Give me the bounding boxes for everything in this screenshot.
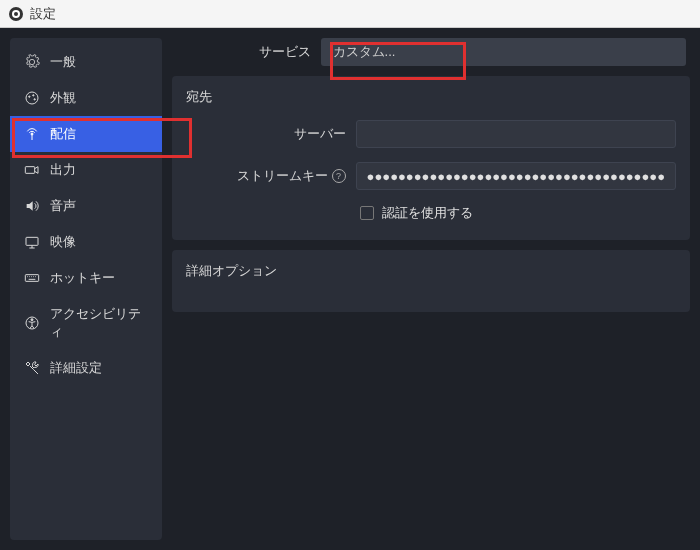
app-logo-icon <box>8 6 24 22</box>
sidebar-item-accessibility[interactable]: アクセシビリティ <box>10 296 162 350</box>
svg-rect-10 <box>25 275 38 282</box>
sidebar-item-label: 一般 <box>50 53 76 71</box>
sidebar-item-label: 出力 <box>50 161 76 179</box>
sidebar-item-label: 配信 <box>50 125 76 143</box>
destination-panel: 宛先 サーバー ストリームキー ? ●●●●●●●●●●●●●●●●●●●●●●… <box>172 76 690 240</box>
sidebar-item-advanced[interactable]: 詳細設定 <box>10 350 162 386</box>
sidebar-item-label: 映像 <box>50 233 76 251</box>
auth-checkbox-label: 認証を使用する <box>382 204 473 222</box>
svg-point-4 <box>29 96 30 97</box>
antenna-icon <box>24 126 40 142</box>
server-label: サーバー <box>186 125 346 143</box>
speaker-icon <box>24 198 40 214</box>
sidebar-item-general[interactable]: 一般 <box>10 44 162 80</box>
sidebar-item-label: 音声 <box>50 197 76 215</box>
keyboard-icon <box>24 270 40 286</box>
window-title: 設定 <box>30 5 56 23</box>
main-content: サービス カスタム... 宛先 サーバー ストリームキー ? ●●●●●●●●●… <box>172 38 690 540</box>
settings-sidebar: 一般 外観 配信 出力 音声 <box>10 38 162 540</box>
sidebar-item-label: ホットキー <box>50 269 115 287</box>
monitor-icon <box>24 234 40 250</box>
streamkey-value: ●●●●●●●●●●●●●●●●●●●●●●●●●●●●●●●●●●●●●● <box>367 169 665 184</box>
svg-point-6 <box>34 99 35 100</box>
svg-point-5 <box>33 95 34 96</box>
service-row: サービス カスタム... <box>172 38 690 66</box>
titlebar: 設定 <box>0 0 700 28</box>
svg-point-12 <box>31 319 33 321</box>
svg-point-3 <box>26 92 38 104</box>
advanced-panel: 詳細オプション <box>172 250 690 312</box>
sidebar-item-hotkeys[interactable]: ホットキー <box>10 260 162 296</box>
sidebar-item-label: アクセシビリティ <box>50 305 148 341</box>
auth-checkbox[interactable] <box>360 206 374 220</box>
service-select[interactable]: カスタム... <box>321 38 686 66</box>
sidebar-item-output[interactable]: 出力 <box>10 152 162 188</box>
streamkey-input[interactable]: ●●●●●●●●●●●●●●●●●●●●●●●●●●●●●●●●●●●●●● <box>356 162 676 190</box>
sidebar-item-audio[interactable]: 音声 <box>10 188 162 224</box>
tools-icon <box>24 360 40 376</box>
sidebar-item-appearance[interactable]: 外観 <box>10 80 162 116</box>
svg-point-2 <box>14 12 18 16</box>
sidebar-item-stream[interactable]: 配信 <box>10 116 162 152</box>
sidebar-item-video[interactable]: 映像 <box>10 224 162 260</box>
svg-rect-8 <box>25 167 34 174</box>
service-label: サービス <box>176 43 311 61</box>
server-row: サーバー <box>186 120 676 148</box>
palette-icon <box>24 90 40 106</box>
destination-heading: 宛先 <box>186 88 676 106</box>
sidebar-item-label: 詳細設定 <box>50 359 102 377</box>
accessibility-icon <box>24 315 40 331</box>
auth-checkbox-row[interactable]: 認証を使用する <box>186 204 676 222</box>
gear-icon <box>24 54 40 70</box>
service-value: カスタム... <box>333 43 396 61</box>
svg-rect-9 <box>26 237 38 245</box>
advanced-heading: 詳細オプション <box>186 262 676 280</box>
streamkey-label: ストリームキー ? <box>186 167 346 185</box>
streamkey-row: ストリームキー ? ●●●●●●●●●●●●●●●●●●●●●●●●●●●●●●… <box>186 162 676 190</box>
output-icon <box>24 162 40 178</box>
server-input[interactable] <box>356 120 676 148</box>
help-icon[interactable]: ? <box>332 169 346 183</box>
sidebar-item-label: 外観 <box>50 89 76 107</box>
